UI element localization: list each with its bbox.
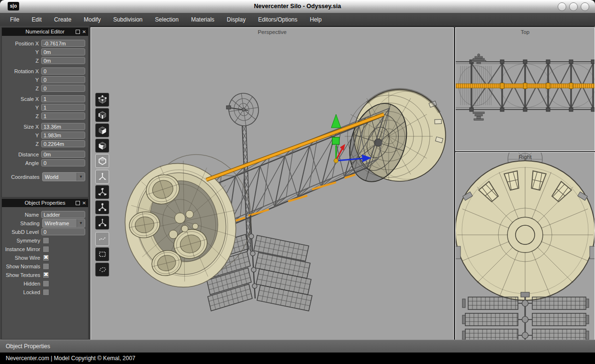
scale-z-label: Z xyxy=(3,113,39,119)
shading-label: Shading xyxy=(3,221,40,226)
distance-label: Distance xyxy=(3,152,39,157)
size-y-field[interactable] xyxy=(41,132,85,139)
panel-maximize-icon[interactable] xyxy=(76,30,80,34)
panel-maximize-icon[interactable] xyxy=(76,201,80,205)
menu-item-selection[interactable]: Selection xyxy=(149,13,185,26)
size-z-field[interactable] xyxy=(41,140,85,147)
status-text: Object Properties xyxy=(0,340,595,350)
menu-item-create[interactable]: Create xyxy=(48,13,78,26)
object-name-field[interactable] xyxy=(41,211,85,218)
numerical-editor-panel: Numerical Editor ✕ Position X Y Z Rotati… xyxy=(1,27,89,198)
angle-label: Angle xyxy=(3,160,39,166)
instance-mirror-label: Instance Mirror xyxy=(3,246,40,252)
chevron-down-icon: ▾ xyxy=(77,173,85,181)
universal-manipulator-icon[interactable] xyxy=(95,216,109,230)
window-close-button[interactable] xyxy=(581,2,589,11)
rotate-tool-icon[interactable] xyxy=(95,185,109,199)
lasso-select-icon[interactable] xyxy=(95,263,109,276)
status-bar: Object Properties xyxy=(0,340,595,353)
menu-item-file[interactable]: File xyxy=(4,13,25,26)
face-mode-icon[interactable] xyxy=(95,123,109,137)
rotation-z-field[interactable] xyxy=(41,85,85,92)
position-x-label: Position X xyxy=(3,41,39,46)
symmetry-checkbox[interactable] xyxy=(43,237,49,244)
edge-mode-icon[interactable] xyxy=(95,108,109,122)
name-label: Name xyxy=(3,212,39,218)
window-maximize-button[interactable] xyxy=(569,2,578,11)
rotation-z-label: Z xyxy=(3,86,39,91)
menu-item-modify[interactable]: Modify xyxy=(78,13,107,26)
top-view-canvas[interactable] xyxy=(456,28,595,151)
right-viewport[interactable]: Right xyxy=(455,152,595,340)
object-properties-title-text: Object Properties xyxy=(25,200,66,206)
position-x-field[interactable] xyxy=(41,40,85,47)
position-y-field[interactable] xyxy=(41,48,85,55)
show-textures-checkbox[interactable]: ✖ xyxy=(43,272,49,278)
size-x-field[interactable] xyxy=(41,123,85,130)
perspective-label: Perspective xyxy=(91,29,453,35)
element-mode-icon[interactable] xyxy=(95,139,109,153)
window-minimize-button[interactable] xyxy=(558,2,566,11)
menu-item-help[interactable]: Help xyxy=(303,13,328,26)
angle-field[interactable] xyxy=(41,159,85,166)
scale-tool-icon[interactable] xyxy=(95,200,109,214)
scale-y-field[interactable] xyxy=(41,104,85,111)
coordinates-value: World xyxy=(43,174,77,180)
menu-item-editors-options[interactable]: Editors/Options xyxy=(252,13,303,26)
menu-item-subdivision[interactable]: Subdivision xyxy=(107,13,148,26)
top-viewport[interactable]: Top xyxy=(455,27,595,151)
vertex-mode-icon[interactable] xyxy=(95,93,109,107)
hidden-checkbox[interactable] xyxy=(43,280,49,287)
menu-bar: File Edit Create Modify Subdivision Sele… xyxy=(0,13,595,26)
left-panel-column: Numerical Editor ✕ Position X Y Z Rotati… xyxy=(0,26,89,340)
rotation-y-label: Y xyxy=(3,77,39,83)
footer-bar: Nevercenter.com | Model Copyright © Kema… xyxy=(0,353,595,364)
check-mark-icon: ✖ xyxy=(43,271,49,278)
menu-item-materials[interactable]: Materials xyxy=(185,13,221,26)
show-wire-label: Show Wire xyxy=(3,255,40,261)
right-view-canvas[interactable] xyxy=(456,153,595,340)
window-title: Nevercenter Silo - Odyssey.sia xyxy=(0,3,595,10)
coordinates-dropdown[interactable]: World ▾ xyxy=(42,172,85,181)
subd-level-field[interactable] xyxy=(41,228,85,235)
move-tool-icon[interactable] xyxy=(95,170,109,184)
object-mode-icon[interactable] xyxy=(95,154,109,168)
distance-field[interactable] xyxy=(41,151,85,158)
panel-close-icon[interactable]: ✕ xyxy=(82,30,86,34)
selection-mode-toolbar xyxy=(95,93,109,168)
window-buttons xyxy=(558,2,589,11)
scale-y-label: Y xyxy=(3,105,39,110)
shading-dropdown[interactable]: Wireframe ▾ xyxy=(42,219,85,228)
check-mark-icon: ✖ xyxy=(43,254,49,261)
rect-select-icon[interactable] xyxy=(95,247,109,261)
position-y-label: Y xyxy=(3,49,39,55)
silo-app-window: s|o Nevercenter Silo - Odyssey.sia File … xyxy=(0,0,595,364)
size-x-label: Size X xyxy=(3,124,39,130)
show-textures-label: Show Textures xyxy=(3,272,40,278)
menu-item-edit[interactable]: Edit xyxy=(25,13,48,26)
panel-close-icon[interactable]: ✕ xyxy=(82,201,86,206)
scale-z-field[interactable] xyxy=(41,112,85,120)
locked-checkbox[interactable] xyxy=(43,289,49,296)
perspective-viewport[interactable]: Perspective xyxy=(90,27,454,340)
rotation-x-field[interactable] xyxy=(41,67,85,75)
symmetry-label: Symmetry xyxy=(3,238,40,243)
footer-text: Nevercenter.com | Model Copyright © Kema… xyxy=(0,353,595,362)
rotation-y-field[interactable] xyxy=(41,76,85,83)
object-properties-title[interactable]: Object Properties ✕ xyxy=(2,199,88,207)
chevron-down-icon: ▾ xyxy=(77,219,85,227)
rotation-x-label: Rotation X xyxy=(3,68,39,74)
menu-item-display[interactable]: Display xyxy=(221,13,252,26)
show-normals-checkbox[interactable] xyxy=(43,263,49,270)
title-bar[interactable]: s|o Nevercenter Silo - Odyssey.sia xyxy=(0,0,595,13)
scale-x-field[interactable] xyxy=(41,95,85,102)
perspective-canvas[interactable] xyxy=(91,28,453,340)
paint-select-icon[interactable] xyxy=(95,232,109,246)
position-z-field[interactable] xyxy=(41,57,85,64)
coordinates-label: Coordinates xyxy=(3,174,40,180)
select-tool-toolbar xyxy=(95,232,109,276)
instance-mirror-checkbox[interactable] xyxy=(43,246,49,253)
locked-label: Locked xyxy=(3,289,40,295)
numerical-editor-title[interactable]: Numerical Editor ✕ xyxy=(2,28,88,36)
show-wire-checkbox[interactable]: ✖ xyxy=(43,254,49,261)
